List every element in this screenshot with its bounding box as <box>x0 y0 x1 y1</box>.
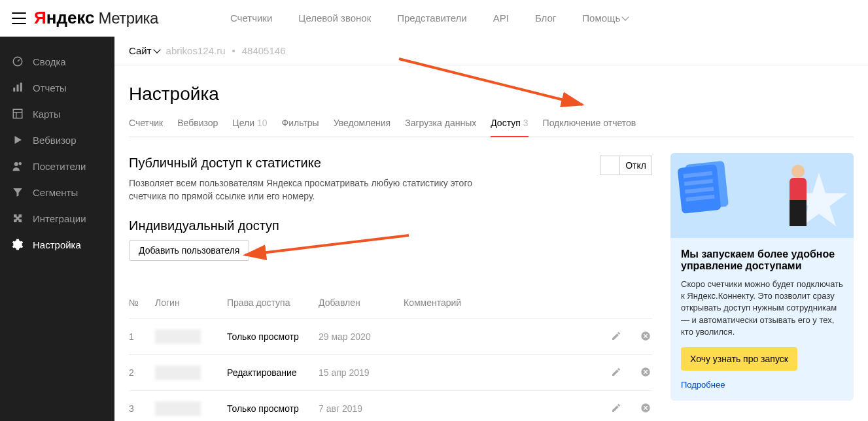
sidebar-item-label: Настройка <box>33 239 81 250</box>
public-access-desc: Позволяет всем пользователям Яндекса про… <box>129 177 495 203</box>
row-added: 7 авг 2019 <box>319 403 404 414</box>
table-row: 2 Редактирование 15 апр 2019 <box>129 355 652 391</box>
edit-icon[interactable] <box>600 331 633 343</box>
promo-panel: Beta Мы запускаем более удобное управлен… <box>670 153 854 401</box>
sidebar-item-webvisor[interactable]: Вебвизор <box>0 127 114 153</box>
table-header: № Логин Права доступа Добавлен Комментар… <box>129 287 652 319</box>
svg-rect-2 <box>17 85 19 92</box>
hamburger-icon[interactable] <box>12 12 26 24</box>
sidebar-item-visitors[interactable]: Посетители <box>0 153 114 179</box>
edit-icon[interactable] <box>600 367 633 379</box>
public-access-section: Публичный доступ к статистике Откл Позво… <box>129 156 652 421</box>
breadcrumb: Сайт abrikos124.ru • 48405146 <box>114 37 868 65</box>
sidebar-item-label: Интеграции <box>33 213 86 224</box>
funnel-icon <box>12 186 24 198</box>
row-added: 29 мар 2020 <box>319 331 404 342</box>
promo-title: Мы запускаем более удобное управление до… <box>681 248 843 272</box>
tab-connect-reports[interactable]: Подключение отчетов <box>543 118 636 137</box>
toggle-checkbox[interactable] <box>600 156 620 175</box>
sidebar-item-settings[interactable]: Настройка <box>0 231 114 258</box>
tab-access[interactable]: Доступ 3 <box>491 118 528 137</box>
svg-rect-3 <box>20 83 22 92</box>
delete-icon[interactable] <box>633 403 659 415</box>
main-area: Сайт abrikos124.ru • 48405146 Настройка … <box>114 37 868 421</box>
svg-rect-4 <box>13 109 22 118</box>
nav-blog[interactable]: Блог <box>535 12 556 24</box>
tab-webvisor[interactable]: Вебвизор <box>177 118 218 137</box>
delete-icon[interactable] <box>633 367 659 379</box>
delete-icon[interactable] <box>633 331 659 343</box>
site-selector[interactable]: Сайт <box>129 45 160 56</box>
svg-point-5 <box>14 162 18 166</box>
play-icon <box>12 134 24 146</box>
logo-product: Метрика <box>99 9 158 27</box>
logo[interactable]: Яндекс Метрика <box>34 8 158 28</box>
content: Настройка Счетчик Вебвизор Цели 10 Фильт… <box>114 65 868 421</box>
row-rights: Только просмотр <box>227 331 319 342</box>
promo-cta-button[interactable]: Хочу узнать про запуск <box>681 347 797 371</box>
tab-filters[interactable]: Фильтры <box>282 118 319 137</box>
puzzle-icon <box>12 212 24 224</box>
th-num: № <box>129 297 155 308</box>
sidebar-item-integrations[interactable]: Интеграции <box>0 205 114 231</box>
svg-rect-1 <box>13 88 15 92</box>
logo-brand: Яндекс <box>34 8 95 28</box>
th-rights: Права доступа <box>227 297 319 308</box>
top-bar: Яндекс Метрика Счетчики Целевой звонок П… <box>0 0 868 37</box>
sidebar-item-label: Отчеты <box>33 82 67 93</box>
users-icon <box>12 160 24 172</box>
row-num: 2 <box>129 367 155 378</box>
chevron-down-icon <box>153 46 160 53</box>
settings-tabs: Счетчик Вебвизор Цели 10 Фильтры Уведомл… <box>129 118 854 137</box>
promo-text: Скоро счетчики можно будет подключать к … <box>681 278 843 338</box>
tab-upload[interactable]: Загрузка данных <box>405 118 476 137</box>
promo-link[interactable]: Подробнее <box>681 380 725 390</box>
row-num: 3 <box>129 403 155 414</box>
promo-illustration <box>670 153 854 238</box>
sidebar-item-summary[interactable]: Сводка <box>0 48 114 75</box>
page-title: Настройка <box>129 84 854 105</box>
nav-counters[interactable]: Счетчики <box>230 12 272 24</box>
row-num: 1 <box>129 331 155 342</box>
edit-icon[interactable] <box>600 403 633 415</box>
top-nav: Счетчики Целевой звонок Представители AP… <box>230 12 628 24</box>
sidebar-item-maps[interactable]: Карты <box>0 101 114 127</box>
gauge-icon <box>12 56 24 67</box>
table-row: 1 Только просмотр 29 мар 2020 <box>129 319 652 355</box>
add-user-button[interactable]: Добавить пользователя <box>129 240 249 261</box>
sidebar-item-label: Сводка <box>33 56 66 67</box>
sidebar-item-label: Карты <box>33 109 61 120</box>
tab-goals[interactable]: Цели 10 <box>232 118 267 137</box>
nav-target-call[interactable]: Целевой звонок <box>298 12 371 24</box>
counter-id: 48405146 <box>242 45 286 56</box>
row-login-blurred <box>155 365 201 380</box>
row-rights: Редактирование <box>227 367 319 378</box>
sidebar-item-label: Вебвизор <box>33 135 77 146</box>
row-login-blurred <box>155 329 201 344</box>
row-rights: Только просмотр <box>227 403 319 414</box>
th-login: Логин <box>155 297 227 308</box>
row-added: 15 апр 2019 <box>319 367 404 378</box>
separator: • <box>232 45 235 56</box>
tab-notifications[interactable]: Уведомления <box>334 118 391 137</box>
bar-chart-icon <box>12 82 24 93</box>
th-comment: Комментарий <box>404 297 600 308</box>
gear-icon <box>12 239 24 250</box>
sidebar-item-label: Сегменты <box>33 187 78 198</box>
tab-counter[interactable]: Счетчик <box>129 118 163 137</box>
individual-access-title: Индивидуальный доступ <box>129 218 652 233</box>
layout-icon <box>12 108 24 120</box>
row-login-blurred <box>155 401 201 416</box>
svg-point-6 <box>19 162 22 165</box>
sidebar-item-segments[interactable]: Сегменты <box>0 179 114 205</box>
sidebar-item-label: Посетители <box>33 161 86 172</box>
public-access-toggle[interactable]: Откл <box>600 156 652 175</box>
site-label: Сайт <box>129 45 152 56</box>
chevron-down-icon <box>622 13 629 20</box>
nav-api[interactable]: API <box>493 12 509 24</box>
sidebar: Сводка Отчеты Карты Вебвизор Посетители … <box>0 37 114 421</box>
nav-reps[interactable]: Представители <box>397 12 466 24</box>
sidebar-item-reports[interactable]: Отчеты <box>0 75 114 101</box>
site-domain: abrikos124.ru <box>166 45 226 56</box>
nav-help[interactable]: Помощь <box>582 12 628 24</box>
